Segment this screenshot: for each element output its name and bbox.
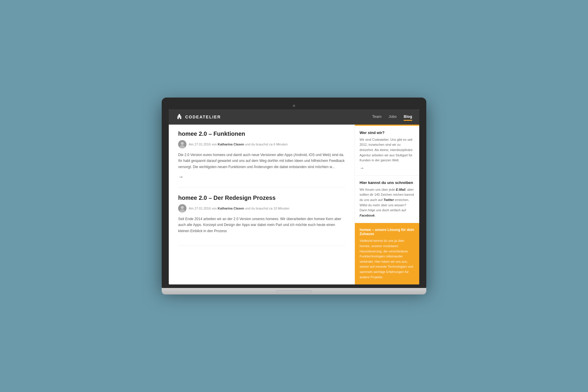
camera [293,105,295,107]
svg-rect-5 [178,117,179,117]
sidebar-contact-section: Hier kannst du uns schreiben Wir freuen … [355,176,419,223]
svg-rect-4 [179,118,180,119]
post-2-title[interactable]: homee 2.0 – Der Redesign Prozess [178,195,345,201]
avatar-image-2 [178,204,186,212]
post-1-title[interactable]: homee 2.0 – Funktionen [178,130,345,137]
svg-rect-6 [180,117,181,117]
laptop-shell: CODEATELIER Team Jobs Blog homee 2.0 – F… [162,98,426,294]
post-1-excerpt: Die 2.0 Version eures homees und damit a… [178,152,345,170]
site-logo[interactable]: CODEATELIER [176,113,221,120]
avatar-image-1 [178,140,186,148]
post-2-meta-text: Am 27.01.2016 von Katharina Clasen und d… [189,207,289,210]
sidebar-about-arrow[interactable]: → [360,165,364,171]
nav-blog[interactable]: Blog [404,113,412,121]
blog-post-2: homee 2.0 – Der Redesign Prozess [178,195,345,245]
post-2-excerpt: Seit Ende 2014 arbeiten wir an der 2.0 V… [178,216,345,234]
screen-bezel: CODEATELIER Team Jobs Blog homee 2.0 – F… [162,98,426,288]
post-2-meta: Am 27.01.2016 von Katharina Clasen und d… [178,204,345,212]
blog-post-1: homee 2.0 – Funktionen [178,130,345,187]
site-navigation: CODEATELIER Team Jobs Blog [169,109,419,125]
sidebar: Wer sind wir? Wir sind Codeatelier. Uns … [355,125,419,284]
nav-jobs[interactable]: Jobs [389,113,397,121]
svg-rect-1 [178,115,180,115]
post-2-author: Katharina Clasen [218,207,244,210]
sidebar-contact-text: Wir freuen uns über jede E-Mail, aber so… [360,187,415,218]
browser-screen: CODEATELIER Team Jobs Blog homee 2.0 – F… [169,109,419,284]
svg-point-8 [181,142,184,145]
touchpad[interactable] [276,290,312,293]
post-1-meta: Am 27.01.2016 von Katharina Clasen und d… [178,140,345,148]
post-1-meta-text: Am 27.01.2016 von Katharina Clasen und d… [189,143,288,146]
sidebar-about-text: Wir sind Codeatelier. Uns gibt es seit 2… [360,137,415,163]
nav-team[interactable]: Team [372,113,382,121]
author-avatar-1 [178,140,186,148]
sidebar-promo-text: Vielleicht kennst du uns ja über homee, … [360,238,415,280]
post-1-read-more[interactable]: → [178,174,183,180]
post-1-author: Katharina Clasen [218,143,244,146]
sidebar-about-section: Wer sind wir? Wir sind Codeatelier. Uns … [355,126,419,176]
sidebar-promo-section: homee – unsere Lösung für dein Zuhause V… [355,223,419,284]
sidebar-about-title: Wer sind wir? [360,130,415,135]
logo-text: CODEATELIER [185,115,221,119]
contact-twitter-link[interactable]: Twitter [383,198,394,202]
nav-links: Team Jobs Blog [372,113,412,121]
contact-facebook-link[interactable]: Facebook [360,214,375,217]
contact-email-link[interactable]: E-Mail [396,188,405,191]
svg-rect-0 [179,114,180,115]
author-avatar-2 [178,204,186,212]
sidebar-promo-title: homee – unsere Lösung für dein Zuhause [360,228,415,236]
laptop-base [162,288,426,294]
logo-icon [176,113,183,120]
site-body: homee 2.0 – Funktionen [169,125,419,284]
sidebar-contact-title: Hier kannst du uns schreiben [360,180,415,185]
svg-point-11 [181,206,184,209]
main-content: homee 2.0 – Funktionen [169,125,355,284]
